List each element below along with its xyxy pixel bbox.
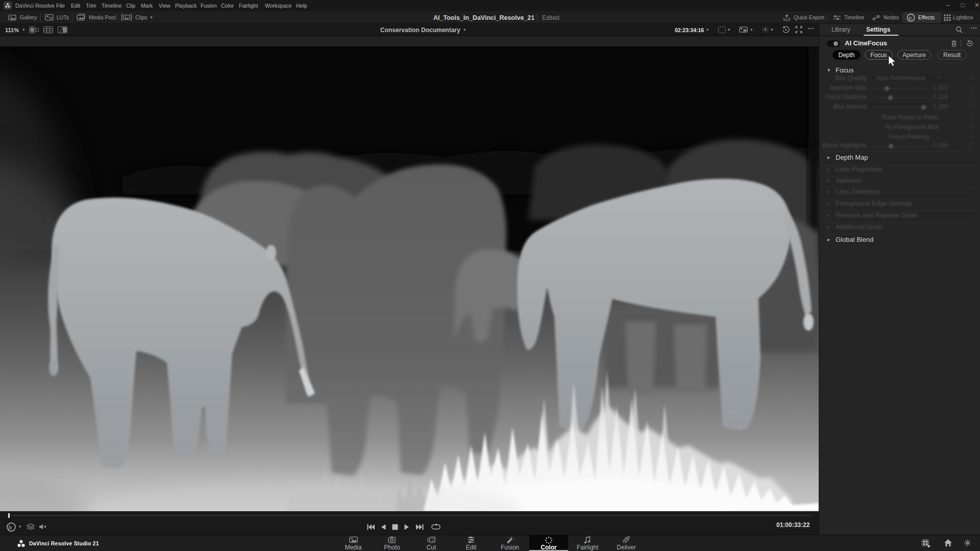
svg-text:HQ: HQ [744, 30, 746, 32]
svg-text:fx: fx [909, 15, 912, 20]
svg-text:fx: fx [9, 524, 13, 530]
